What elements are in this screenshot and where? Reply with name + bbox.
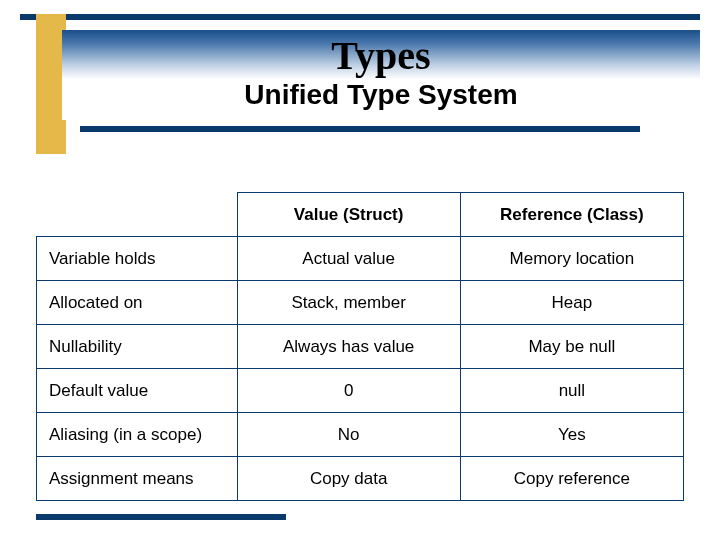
- bottom-rule: [36, 514, 286, 520]
- table-corner-cell: [37, 193, 238, 237]
- row-label: Aliasing (in a scope): [37, 413, 238, 457]
- table-row: Variable holds Actual value Memory locat…: [37, 237, 684, 281]
- cell: null: [460, 369, 683, 413]
- cell: May be null: [460, 325, 683, 369]
- row-label: Nullability: [37, 325, 238, 369]
- cell: No: [237, 413, 460, 457]
- cell: Copy reference: [460, 457, 683, 501]
- cell: Heap: [460, 281, 683, 325]
- comparison-table: Value (Struct) Reference (Class) Variabl…: [36, 192, 684, 501]
- row-label: Allocated on: [37, 281, 238, 325]
- row-label: Assignment means: [37, 457, 238, 501]
- cell: 0: [237, 369, 460, 413]
- title-underline: [80, 126, 640, 132]
- slide-title: Types: [62, 32, 700, 79]
- cell: Yes: [460, 413, 683, 457]
- column-header-reference: Reference (Class): [460, 193, 683, 237]
- slide-subtitle: Unified Type System: [62, 79, 700, 111]
- row-label: Variable holds: [37, 237, 238, 281]
- cell: Stack, member: [237, 281, 460, 325]
- cell: Always has value: [237, 325, 460, 369]
- cell: Memory location: [460, 237, 683, 281]
- table-row: Aliasing (in a scope) No Yes: [37, 413, 684, 457]
- table-header-row: Value (Struct) Reference (Class): [37, 193, 684, 237]
- top-rule: [20, 14, 700, 20]
- cell: Copy data: [237, 457, 460, 501]
- comparison-table-wrap: Value (Struct) Reference (Class) Variabl…: [36, 192, 684, 501]
- cell: Actual value: [237, 237, 460, 281]
- table-row: Default value 0 null: [37, 369, 684, 413]
- column-header-value: Value (Struct): [237, 193, 460, 237]
- table-row: Assignment means Copy data Copy referenc…: [37, 457, 684, 501]
- row-label: Default value: [37, 369, 238, 413]
- table-row: Allocated on Stack, member Heap: [37, 281, 684, 325]
- title-band: Types Unified Type System: [62, 30, 700, 120]
- table-row: Nullability Always has value May be null: [37, 325, 684, 369]
